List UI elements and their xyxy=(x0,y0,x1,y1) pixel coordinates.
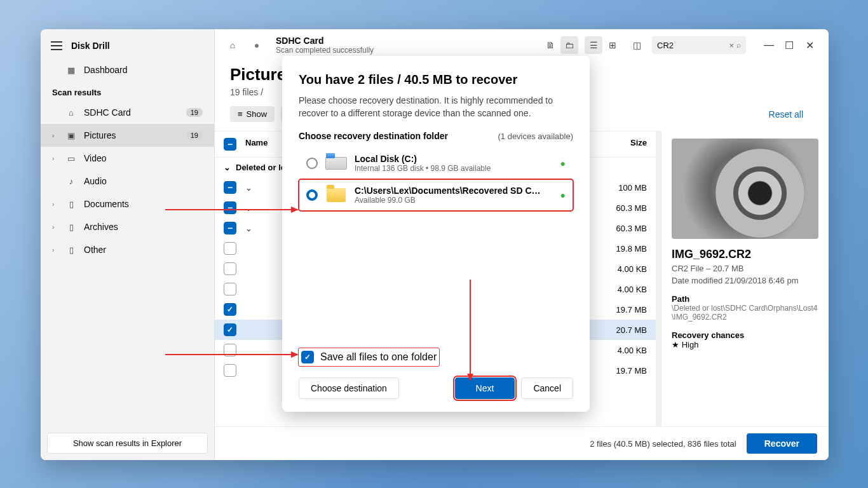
chevron-right-icon: › xyxy=(52,132,54,139)
radio-icon[interactable] xyxy=(306,158,318,169)
search-icon[interactable]: ⌕ xyxy=(736,41,741,50)
radio-icon[interactable] xyxy=(306,189,318,201)
select-all-checkbox[interactable] xyxy=(224,138,236,151)
file-size: 20.7 MB xyxy=(591,325,647,335)
recovery-modal: You have 2 files / 40.5 MB to recover Pl… xyxy=(282,56,590,412)
chevron-right-icon: › xyxy=(52,201,54,208)
preview-filename: IMG_9692.CR2 xyxy=(672,248,818,261)
sidebar-item-video[interactable]: › ▭ Video xyxy=(41,147,214,170)
maximize-button[interactable]: ☐ xyxy=(779,36,799,54)
save-all-label: Save all files to one folder xyxy=(320,351,437,363)
preview-panel: ⧉ IMG_9692.CR2 CR2 File – 20.7 MB Date m… xyxy=(661,131,829,426)
chevron-down-icon: ⌄ xyxy=(224,163,231,172)
reset-all-link[interactable]: Reset all xyxy=(769,109,803,119)
devices-count: (1 devices available) xyxy=(498,132,573,141)
modal-section: Choose recovery destination folder xyxy=(299,131,448,141)
dest-title: C:\Users\Lex\Documents\Recovered SD C… xyxy=(355,186,553,196)
file-size: 4.00 KB xyxy=(591,285,647,294)
dest-title: Local Disk (C:) xyxy=(355,154,553,164)
sidebar-item-label: Dashboard xyxy=(84,65,128,75)
home-icon[interactable]: ⌂ xyxy=(224,36,241,54)
row-checkbox[interactable] xyxy=(224,201,236,214)
other-icon: ▯ xyxy=(66,245,76,254)
destination-local-disk[interactable]: Local Disk (C:) Internal 136 GB disk • 9… xyxy=(299,147,573,179)
sidebar-dashboard[interactable]: ▦ Dashboard xyxy=(41,58,214,81)
sidebar-item-archives[interactable]: › ▯ Archives xyxy=(41,215,214,238)
chevron-down-icon: ⌄ xyxy=(245,203,252,213)
clear-search-icon[interactable]: × xyxy=(729,41,734,50)
disk-icon xyxy=(325,155,347,172)
file-size: 19.7 MB xyxy=(591,366,647,376)
sidebar-item-label: Video xyxy=(84,153,107,163)
check-circle-icon: ● xyxy=(560,190,566,200)
sidebar-item-label: Other xyxy=(84,245,106,255)
sidebar-item-documents[interactable]: › ▯ Documents xyxy=(41,193,214,215)
chances-label: Recovery chances xyxy=(672,330,818,340)
row-checkbox[interactable] xyxy=(224,364,236,377)
selection-status: 2 files (40.5 MB) selected, 836 files to… xyxy=(590,439,736,449)
app-title: Disk Drill xyxy=(71,41,110,51)
sidebar-item-sdhc[interactable]: ⌂ SDHC Card 19 xyxy=(41,101,214,124)
file-icon[interactable]: 🗎 xyxy=(541,36,559,54)
preview-type: CR2 File – 20.7 MB xyxy=(672,264,818,273)
search-input[interactable]: × ⌕ xyxy=(652,36,746,54)
sidebar-item-other[interactable]: › ▯ Other xyxy=(41,238,214,261)
folder-icon xyxy=(325,187,347,203)
choose-destination-button[interactable]: Choose destination xyxy=(299,377,399,399)
save-all-checkbox[interactable] xyxy=(301,351,314,363)
check-circle-icon[interactable]: ● xyxy=(248,36,266,54)
audio-icon: ♪ xyxy=(66,177,76,186)
row-checkbox[interactable] xyxy=(224,283,236,295)
minimize-button[interactable]: — xyxy=(759,36,779,54)
file-size: 100 MB xyxy=(591,183,647,193)
drive-status: Scan completed successfully xyxy=(276,46,374,55)
search-field[interactable] xyxy=(657,41,726,50)
show-in-explorer-button[interactable]: Show scan results in Explorer xyxy=(47,433,208,454)
sidebar-item-label: Archives xyxy=(84,222,118,232)
cancel-button[interactable]: Cancel xyxy=(521,377,573,399)
chevron-down-icon: ⌄ xyxy=(245,183,252,193)
show-filter-pill[interactable]: ≡Show xyxy=(230,106,275,122)
sidebar: Disk Drill ▦ Dashboard Scan results ⌂ SD… xyxy=(41,29,215,460)
sidebar-toggle-icon[interactable]: ◫ xyxy=(628,36,646,54)
chevron-right-icon: › xyxy=(52,247,54,254)
grid-view-icon[interactable]: ⊞ xyxy=(604,36,621,54)
video-icon: ▭ xyxy=(66,154,76,163)
column-size[interactable]: Size xyxy=(591,138,647,151)
picture-icon: ▣ xyxy=(66,131,76,140)
row-checkbox[interactable] xyxy=(224,262,236,275)
sidebar-item-pictures[interactable]: › ▣ Pictures 19 xyxy=(41,124,214,147)
row-checkbox[interactable] xyxy=(224,344,236,356)
path-value: \Deleted or lost\SDHC Card\Orphans\Lost4… xyxy=(672,304,818,322)
row-checkbox[interactable] xyxy=(224,303,236,316)
close-button[interactable]: ✕ xyxy=(799,36,820,54)
row-checkbox[interactable] xyxy=(224,222,236,234)
file-size: 60.3 MB xyxy=(591,203,647,213)
chevron-down-icon: ⌄ xyxy=(245,224,252,233)
list-view-icon[interactable]: ☰ xyxy=(585,36,602,54)
check-circle-icon: ● xyxy=(560,158,566,168)
chevron-right-icon: › xyxy=(52,155,54,162)
file-size: 19.7 MB xyxy=(591,305,647,315)
chevron-right-icon: › xyxy=(52,224,54,231)
destination-folder[interactable]: C:\Users\Lex\Documents\Recovered SD C… A… xyxy=(299,179,573,211)
modal-title: You have 2 files / 40.5 MB to recover xyxy=(299,72,573,87)
next-button[interactable]: Next xyxy=(455,377,515,399)
file-size: 4.00 KB xyxy=(591,346,647,355)
file-size: 4.00 KB xyxy=(591,264,647,274)
row-checkbox[interactable] xyxy=(224,323,236,336)
sidebar-item-audio[interactable]: ♪ Audio xyxy=(41,170,214,193)
row-checkbox[interactable] xyxy=(224,181,236,194)
menu-icon[interactable] xyxy=(51,41,62,50)
sidebar-item-label: Documents xyxy=(84,199,129,209)
row-checkbox[interactable] xyxy=(224,242,236,255)
save-all-row[interactable]: Save all files to one folder xyxy=(299,348,439,366)
scrollbar[interactable] xyxy=(656,131,661,426)
chances-value: ★ High xyxy=(672,340,818,349)
sidebar-item-label: SDHC Card xyxy=(84,107,131,118)
dest-subtitle: Available 99.0 GB xyxy=(355,196,553,205)
folder-icon[interactable]: 🗀 xyxy=(560,36,578,54)
recover-button[interactable]: Recover xyxy=(747,433,817,454)
file-size: 60.3 MB xyxy=(591,224,647,233)
preview-modified: Date modified 21/09/2018 6:46 pm xyxy=(672,276,818,285)
